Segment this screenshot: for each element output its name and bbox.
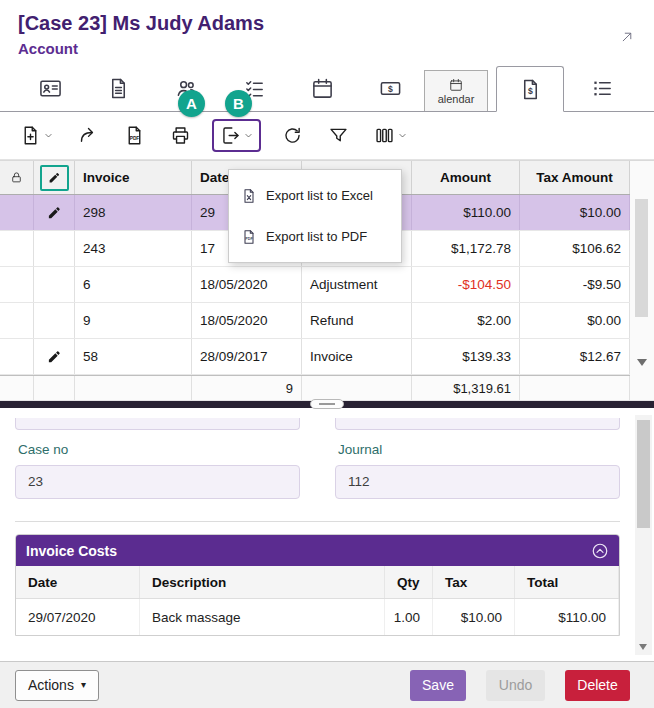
- columns-button[interactable]: [370, 121, 411, 150]
- export-dropdown-menu: Export list to Excel Export list to PDF: [228, 169, 402, 263]
- splitter-grip[interactable]: [310, 399, 344, 409]
- tab-calendar-label: alendar: [438, 93, 475, 105]
- filter-funnel-icon: [328, 125, 349, 146]
- table-row[interactable]: 6 18/05/2020 Adjustment -$104.50 -$9.50: [0, 267, 630, 303]
- new-document-button[interactable]: [16, 121, 57, 150]
- cell-type: Refund: [302, 303, 412, 338]
- cell-tax: -$9.50: [520, 267, 630, 302]
- pane-splitter[interactable]: [0, 401, 654, 408]
- detail-scrollbar-thumb[interactable]: [637, 420, 650, 528]
- print-button[interactable]: [166, 121, 195, 150]
- printer-icon: [170, 125, 191, 146]
- forward-button[interactable]: [74, 121, 103, 150]
- invoice-costs-section: Invoice Costs Date Description Qty Tax T…: [15, 534, 620, 636]
- cell-tax: $0.00: [520, 303, 630, 338]
- caret-down-icon: ▾: [81, 680, 86, 690]
- save-button[interactable]: Save: [410, 670, 466, 701]
- case-window: [Case 23] Ms Judy Adams Account alendar: [0, 0, 654, 708]
- cell-amount-negative: -$104.50: [412, 267, 520, 302]
- edit-cell[interactable]: [34, 339, 75, 374]
- tab-contact[interactable]: [16, 65, 84, 111]
- clipped-input-right[interactable]: [335, 418, 620, 430]
- costs-cell-total: $110.00: [515, 599, 619, 635]
- annotation-badge-a: A: [178, 90, 205, 117]
- page-subtitle: Account: [18, 40, 636, 57]
- summary-count: 9: [192, 376, 302, 400]
- detail-scroll-down-arrow[interactable]: [639, 644, 647, 650]
- cell-invoice: 9: [75, 303, 192, 338]
- excel-file-icon: [241, 188, 257, 204]
- numbered-list-icon: [591, 77, 614, 100]
- cell-amount: $110.00: [412, 195, 520, 230]
- pdf-file-icon: [124, 125, 145, 146]
- tab-ledger[interactable]: [568, 65, 636, 111]
- invoice-costs-header[interactable]: Invoice Costs: [16, 535, 619, 566]
- chevron-down-icon: [244, 131, 253, 140]
- detail-pane: Case no Journal 23 112 Invoice Costs Dat…: [0, 408, 654, 636]
- cell-invoice: 58: [75, 339, 192, 374]
- edit-cell[interactable]: [34, 195, 75, 230]
- costs-cell-qty: 1.00: [385, 599, 433, 635]
- lock-icon: [10, 171, 23, 184]
- pdf-file-icon: [241, 229, 257, 245]
- document-icon: [107, 77, 130, 100]
- actions-button[interactable]: Actions ▾: [15, 670, 99, 701]
- undo-button[interactable]: Undo: [486, 670, 545, 701]
- cell-date: 18/05/2020: [192, 303, 302, 338]
- delete-button[interactable]: Delete: [565, 670, 630, 701]
- tab-documents[interactable]: [84, 65, 152, 111]
- grid-scrollbar[interactable]: [630, 161, 654, 401]
- costs-cell-date: 29/07/2020: [16, 599, 140, 635]
- clipped-input-left[interactable]: [15, 418, 300, 430]
- cell-date: 28/09/2017: [192, 339, 302, 374]
- calendar-small-icon: [449, 78, 463, 92]
- cell-invoice: 6: [75, 267, 192, 302]
- header-tax-amount: Tax Amount: [520, 161, 630, 194]
- export-button[interactable]: [218, 122, 255, 149]
- grid-scrollbar-thumb[interactable]: [635, 199, 648, 317]
- menu-item-export-excel[interactable]: Export list to Excel: [229, 175, 401, 216]
- grid-scroll-down-arrow[interactable]: [637, 359, 647, 366]
- edit-column-header: [34, 161, 75, 194]
- menu-item-label: Export list to Excel: [266, 188, 373, 203]
- costs-row[interactable]: 29/07/2020 Back massage 1.00 $10.00 $110…: [16, 599, 619, 635]
- cell-type: Adjustment: [302, 267, 412, 302]
- menu-item-export-pdf[interactable]: Export list to PDF: [229, 216, 401, 257]
- cell-invoice: 243: [75, 231, 192, 266]
- export-arrow-icon: [220, 125, 241, 146]
- header: [Case 23] Ms Judy Adams Account: [0, 0, 654, 65]
- refresh-button[interactable]: [278, 121, 307, 150]
- bottom-action-bar: Actions ▾ Save Undo Delete: [0, 661, 654, 708]
- tab-calendar[interactable]: [288, 65, 356, 111]
- costs-header-description: Description: [140, 566, 385, 598]
- expand-window-icon[interactable]: [620, 30, 634, 44]
- tab-payments[interactable]: [356, 65, 424, 111]
- table-row[interactable]: 9 18/05/2020 Refund $2.00 $0.00: [0, 303, 630, 339]
- collapse-circle-icon[interactable]: [591, 542, 609, 560]
- pdf-button[interactable]: [120, 121, 149, 150]
- table-row[interactable]: 58 28/09/2017 Invoice $139.33 $12.67: [0, 339, 630, 375]
- pencil-icon: [47, 205, 62, 220]
- filter-button[interactable]: [324, 121, 353, 150]
- menu-item-label: Export list to PDF: [266, 229, 367, 244]
- header-amount: Amount: [412, 161, 520, 194]
- journal-label: Journal: [335, 442, 620, 457]
- costs-header-date: Date: [16, 566, 140, 598]
- case-no-input[interactable]: 23: [15, 465, 300, 499]
- lock-cell: [0, 267, 34, 302]
- tab-account-active[interactable]: [496, 66, 564, 112]
- costs-header-total: Total: [515, 566, 619, 598]
- panel-divider: [15, 521, 620, 522]
- toolbar: [0, 112, 654, 160]
- add-document-icon: [20, 125, 41, 146]
- journal-input[interactable]: 112: [335, 465, 620, 499]
- costs-cell-description: Back massage: [140, 599, 385, 635]
- edit-cell: [34, 231, 75, 266]
- calendar-icon: [311, 77, 334, 100]
- tab-calendar-partial[interactable]: alendar: [424, 70, 488, 111]
- lock-cell: [0, 339, 34, 374]
- detail-scrollbar[interactable]: [635, 415, 652, 655]
- costs-cell-tax: $10.00: [433, 599, 515, 635]
- cell-invoice: 298: [75, 195, 192, 230]
- pencil-icon: [47, 349, 62, 364]
